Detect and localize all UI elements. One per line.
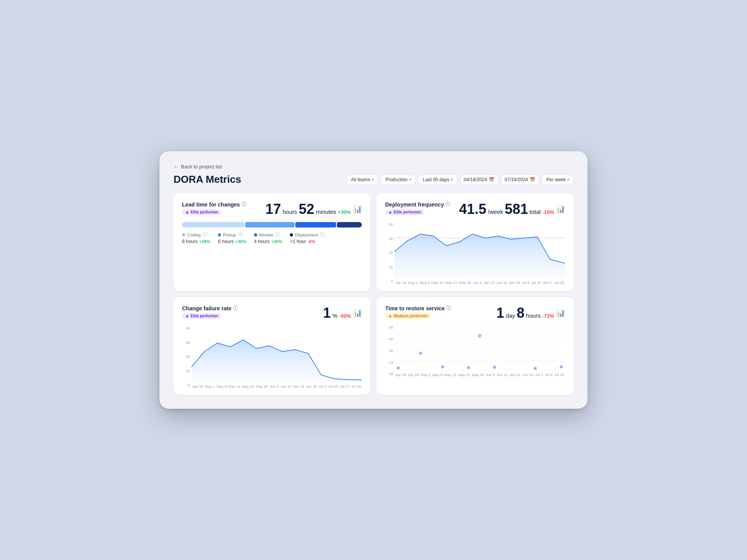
change-failure-chart — [191, 328, 362, 383]
change-failure-chart-icon[interactable]: 📊 — [353, 309, 362, 317]
time-restore-chart-area: 6d 4d 3d 1d 0d — [385, 324, 565, 377]
pickup-value: 6 hours — [218, 239, 233, 244]
time-restore-chart-icon[interactable]: 📊 — [556, 309, 565, 317]
change-failure-performer-badge: Elite performer — [182, 313, 221, 319]
deployment-freq-header: Deployment frequency ⓘ Elite performer 4… — [385, 201, 565, 217]
deployment-freq-title: Deployment frequency ⓘ — [385, 201, 450, 208]
deployment-freq-performer-badge: Elite performer — [385, 209, 424, 215]
change-failure-info-icon[interactable]: ⓘ — [233, 305, 238, 312]
review-legend-item: Review ⓘ 4 hours +35% — [254, 231, 282, 244]
teams-filter-label: All teams — [351, 177, 370, 182]
review-label: Review — [259, 233, 273, 237]
change-failure-svg — [191, 328, 362, 383]
time-restore-y-axis: 6d 4d 3d 1d 0d — [385, 324, 393, 377]
time-restore-scatter — [395, 324, 565, 371]
back-label: Back to project list — [181, 164, 222, 170]
svg-point-9 — [467, 366, 470, 369]
coding-label: Coding — [187, 233, 201, 237]
deployment-freq-chart — [395, 224, 565, 279]
pickup-dot — [218, 233, 221, 236]
deployment-freq-title-area: Deployment frequency ⓘ Elite performer — [385, 201, 450, 216]
deployment-label: Deployment — [295, 233, 318, 237]
teams-chevron-icon: ▾ — [372, 177, 374, 182]
date-from-value: 04/18/2024 — [464, 177, 487, 182]
granularity-filter[interactable]: Per week ▾ — [542, 175, 573, 185]
header-row: DORA Metrics All teams ▾ Production ▾ La… — [174, 173, 573, 186]
svg-point-8 — [441, 366, 444, 369]
pickup-label: Pickup — [223, 233, 236, 237]
change-failure-title-area: Change failure rate ⓘ Elite performer — [182, 305, 238, 320]
time-restore-card: Time to restore service ⓘ Medium perform… — [377, 297, 573, 395]
date-to-filter[interactable]: 07/18/2024 📅 — [501, 175, 539, 185]
date-from-filter[interactable]: 04/18/2024 📅 — [460, 175, 498, 185]
device-frame: ← Back to project list DORA Metrics All … — [160, 151, 587, 409]
page-title: DORA Metrics — [174, 173, 241, 186]
period-chevron-icon: ▾ — [451, 177, 453, 182]
period-filter[interactable]: Last 90 days ▾ — [419, 175, 457, 185]
coding-legend-item: Coding ⓘ 8 hours +28% — [182, 231, 210, 244]
calendar-from-icon: 📅 — [489, 177, 494, 182]
time-restore-svg — [395, 324, 565, 371]
coding-value: 8 hours — [182, 239, 198, 244]
deployment-freq-chart-icon[interactable]: 📊 — [556, 205, 565, 214]
env-chevron-icon: ▾ — [409, 177, 411, 182]
lead-time-performer-badge: Elite performer — [182, 209, 221, 215]
deployment-legend-item: Deployment ⓘ <1 hour -5% — [290, 231, 324, 244]
deployment-freq-value-area: 41.5 /week 581 total -15% 📊 — [459, 201, 565, 217]
deployment-freq-info-icon[interactable]: ⓘ — [445, 201, 450, 208]
pickup-info-icon[interactable]: ⓘ — [238, 231, 243, 238]
filters-bar: All teams ▾ Production ▾ Last 90 days ▾ … — [347, 175, 573, 185]
environment-filter[interactable]: Production ▾ — [381, 175, 415, 185]
time-restore-value-area: 1 day 8 hours -72% 📊 — [496, 305, 565, 321]
granularity-filter-label: Per week — [546, 177, 566, 182]
svg-point-11 — [534, 367, 537, 370]
back-arrow-icon: ← — [174, 164, 179, 170]
change-failure-title: Change failure rate ⓘ — [182, 305, 238, 312]
lead-time-chart-icon[interactable]: 📊 — [353, 205, 362, 214]
review-info-icon[interactable]: ⓘ — [275, 231, 280, 238]
lead-time-card: Lead time for changes ⓘ Elite performer … — [174, 193, 370, 291]
time-restore-header: Time to restore service ⓘ Medium perform… — [385, 305, 565, 321]
elite-icon3 — [185, 314, 189, 318]
deployment-freq-x-axis: Apr 24 May 1 May 8 May 15 May 22 May 29 … — [395, 280, 565, 285]
lead-time-title: Lead time for changes ⓘ — [182, 201, 246, 208]
deployment-freq-card: Deployment frequency ⓘ Elite performer 4… — [377, 193, 573, 291]
deployment-change: -5% — [308, 239, 316, 244]
coding-info-icon[interactable]: ⓘ — [203, 231, 207, 238]
time-restore-title: Time to restore service ⓘ — [385, 305, 451, 312]
elite-icon — [185, 210, 189, 214]
change-failure-card: Change failure rate ⓘ Elite performer 1 … — [174, 297, 370, 395]
svg-point-7 — [397, 367, 400, 370]
lead-time-value-area: 17 hours 52 minutes +30% 📊 — [265, 201, 362, 217]
svg-point-10 — [493, 366, 496, 369]
pickup-segment — [245, 222, 295, 228]
time-restore-performer-badge: Medium performer — [385, 313, 431, 319]
medium-icon — [388, 314, 392, 318]
deployment-freq-chart-wrapper: Apr 24 May 1 May 8 May 15 May 22 May 29 … — [395, 220, 565, 285]
lead-time-info-icon[interactable]: ⓘ — [242, 201, 246, 208]
calendar-to-icon: 📅 — [530, 177, 535, 182]
teams-filter[interactable]: All teams ▾ — [347, 175, 378, 185]
time-restore-x-axis: Apr 18 Apr 24 May 1 May 8 May 15 May 22 … — [395, 373, 565, 377]
change-failure-chart-wrapper: Apr 24 May 1 May 8 May 15 May 22 May 29 … — [191, 324, 362, 388]
lead-time-legend: Coding ⓘ 8 hours +28% Pickup ⓘ — [182, 231, 362, 244]
deployment-dot — [290, 233, 293, 236]
review-segment — [295, 222, 336, 228]
svg-point-12 — [560, 366, 563, 369]
date-to-value: 07/18/2024 — [505, 177, 528, 182]
time-restore-value: 1 day 8 hours -72% — [496, 305, 554, 321]
lead-time-title-area: Lead time for changes ⓘ Elite performer — [182, 201, 246, 216]
elite-icon2 — [388, 210, 392, 214]
environment-filter-label: Production — [385, 177, 407, 182]
lead-time-header: Lead time for changes ⓘ Elite performer … — [182, 201, 362, 217]
pickup-legend-item: Pickup ⓘ 6 hours +36% — [218, 231, 246, 244]
coding-change: +28% — [199, 239, 210, 244]
deployment-info-icon[interactable]: ⓘ — [320, 231, 324, 238]
lead-time-value: 17 hours 52 minutes +30% — [265, 201, 351, 217]
back-link[interactable]: ← Back to project list — [174, 164, 573, 170]
deployment-segment — [337, 222, 362, 228]
time-restore-info-icon[interactable]: ⓘ — [446, 305, 451, 312]
coding-dot — [182, 233, 185, 236]
change-failure-chart-area: 60 45 30 15 0 — [182, 324, 362, 388]
time-restore-title-area: Time to restore service ⓘ Medium perform… — [385, 305, 451, 320]
